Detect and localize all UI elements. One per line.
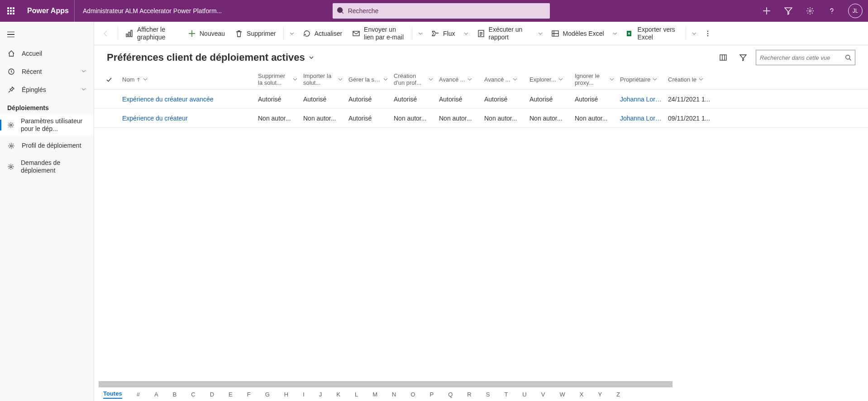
alpha-letter[interactable]: C <box>191 391 195 398</box>
alpha-letter[interactable]: E <box>229 391 233 398</box>
alpha-letter[interactable]: T <box>504 391 508 398</box>
chevron-down-icon[interactable] <box>698 77 704 83</box>
column-explore[interactable]: Explorer... <box>527 76 572 83</box>
scrollbar-thumb[interactable] <box>99 381 672 387</box>
alpha-letter[interactable]: M <box>372 391 377 398</box>
chevron-down-icon[interactable] <box>558 77 563 83</box>
column-owner[interactable]: Propriétaire <box>617 76 665 83</box>
search-box[interactable] <box>333 3 550 19</box>
flow-split-button[interactable] <box>461 24 472 43</box>
user-avatar[interactable]: JL <box>848 4 863 18</box>
chevron-down-icon[interactable] <box>292 77 298 83</box>
nav-pinned[interactable]: Épinglés <box>0 81 94 99</box>
flow-icon <box>431 29 439 38</box>
refresh-button[interactable]: Actualiser <box>298 24 347 43</box>
chevron-down-icon[interactable] <box>652 77 658 83</box>
export-excel-button[interactable]: Exporter vers Excel <box>621 24 683 43</box>
alpha-letter[interactable]: B <box>173 391 177 398</box>
settings-icon <box>7 142 15 150</box>
alpha-letter[interactable]: V <box>541 391 545 398</box>
alpha-letter[interactable]: F <box>247 391 251 398</box>
alpha-all[interactable]: Toutes <box>103 390 122 399</box>
view-search-input[interactable] <box>760 54 842 61</box>
alpha-letter[interactable]: U <box>522 391 526 398</box>
alpha-letter[interactable]: Q <box>448 391 453 398</box>
app-launcher-button[interactable] <box>0 0 22 22</box>
show-chart-button[interactable]: Afficher le graphique <box>121 24 182 43</box>
alpha-letter[interactable]: G <box>265 391 270 398</box>
alpha-letter[interactable]: Y <box>598 391 602 398</box>
export-split-button[interactable] <box>689 24 700 43</box>
view-search[interactable] <box>756 50 855 65</box>
nav-deploy-profile[interactable]: Profil de déploiement <box>0 136 94 156</box>
brand-label[interactable]: Power Apps <box>22 0 75 22</box>
nav-recent[interactable]: Récent <box>0 63 94 81</box>
run-report-button[interactable]: Exécuter un rapport <box>472 24 534 43</box>
column-manage-solution[interactable]: Gérer la solut... <box>346 76 391 83</box>
nav-user-settings[interactable]: Paramètres utilisateur pour le dép... <box>0 114 94 136</box>
column-import-solution[interactable]: Importer la solut... <box>300 73 346 87</box>
nav-home[interactable]: Accueil <box>0 44 94 63</box>
column-create-profile[interactable]: Création d'un prof... <box>391 73 436 87</box>
alpha-letter[interactable]: H <box>284 391 288 398</box>
table-row[interactable]: Expérience du créateur avancée Autorisé … <box>94 90 868 109</box>
column-ignore-proxy[interactable]: Ignorer le proxy... <box>572 73 617 87</box>
cell-value: Non autor... <box>572 115 617 122</box>
chevron-down-icon[interactable] <box>467 77 472 83</box>
cell-name[interactable]: Expérience du créateur avancée <box>119 96 255 103</box>
report-split-button[interactable] <box>535 24 546 43</box>
new-button[interactable]: Nouveau <box>183 24 229 43</box>
chevron-down-icon[interactable] <box>143 77 148 83</box>
flow-button[interactable]: Flux <box>427 24 459 43</box>
alpha-letter[interactable]: D <box>210 391 214 398</box>
horizontal-scrollbar[interactable] <box>99 381 863 387</box>
alpha-letter[interactable]: P <box>430 391 434 398</box>
alpha-letter[interactable]: X <box>580 391 584 398</box>
alpha-letter[interactable]: R <box>467 391 471 398</box>
chevron-down-icon[interactable] <box>338 77 343 83</box>
add-button[interactable] <box>756 0 777 22</box>
templates-split-button[interactable] <box>610 24 620 43</box>
view-selector[interactable]: Préférences client de déploiement active… <box>107 52 314 63</box>
delete-button[interactable]: Supprimer <box>230 24 281 43</box>
column-advanced-1[interactable]: Avancé ... <box>436 76 482 83</box>
alpha-letter[interactable]: K <box>336 391 340 398</box>
filter-button[interactable] <box>736 50 750 65</box>
more-commands-button[interactable] <box>701 24 715 43</box>
alpha-letter[interactable]: Z <box>616 391 620 398</box>
alpha-letter[interactable]: A <box>154 391 158 398</box>
alpha-letter[interactable]: N <box>392 391 396 398</box>
cell-name[interactable]: Expérience du créateur <box>119 115 255 122</box>
alpha-letter[interactable]: J <box>319 391 322 398</box>
excel-templates-button[interactable]: Modèles Excel <box>547 24 609 43</box>
nav-deploy-requests[interactable]: Demandes de déploiement <box>0 156 94 178</box>
alpha-letter[interactable]: L <box>355 391 358 398</box>
column-created[interactable]: Création le <box>665 76 715 83</box>
chevron-down-icon[interactable] <box>383 77 388 83</box>
alpha-hash[interactable]: # <box>137 391 140 398</box>
email-link-button[interactable]: Envoyer un lien par e-mail <box>348 24 409 43</box>
select-all-column[interactable] <box>103 77 119 83</box>
chevron-down-icon[interactable] <box>609 77 615 83</box>
filter-button[interactable] <box>777 0 799 22</box>
chevron-down-icon[interactable] <box>512 77 518 83</box>
settings-button[interactable] <box>799 0 821 22</box>
column-advanced-2[interactable]: Avancé ... <box>482 76 527 83</box>
chevron-down-icon[interactable] <box>428 77 434 83</box>
sidebar-toggle[interactable] <box>0 24 94 44</box>
cell-owner[interactable]: Johanna Loren : <box>617 115 665 122</box>
alpha-letter[interactable]: O <box>410 391 415 398</box>
column-delete-solution[interactable]: Supprimer la solut... <box>255 73 300 87</box>
cell-owner[interactable]: Johanna Loren : <box>617 96 665 103</box>
alpha-letter[interactable]: I <box>303 391 305 398</box>
help-button[interactable] <box>821 0 843 22</box>
search-input[interactable] <box>348 7 546 14</box>
alpha-letter[interactable]: S <box>486 391 490 398</box>
edit-columns-button[interactable] <box>716 50 730 65</box>
email-split-button[interactable] <box>415 24 426 43</box>
delete-split-button[interactable] <box>286 24 297 43</box>
alpha-letter[interactable]: W <box>559 391 565 398</box>
table-row[interactable]: Expérience du créateur Non autor... Non … <box>94 109 868 128</box>
settings-icon <box>7 121 14 129</box>
column-name[interactable]: Nom <box>119 76 255 83</box>
